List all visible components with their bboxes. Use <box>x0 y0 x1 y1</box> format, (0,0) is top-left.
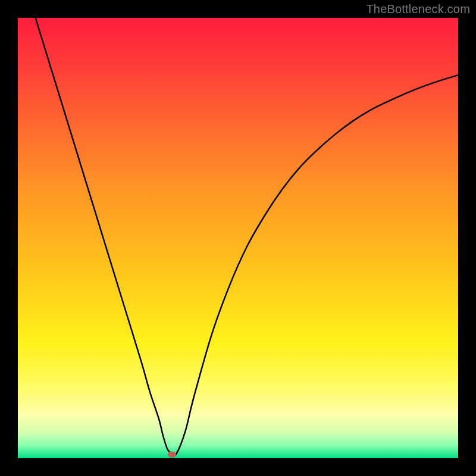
chart-frame: TheBottleneck.com <box>0 0 476 476</box>
curve-svg <box>18 18 458 458</box>
watermark-text: TheBottleneck.com <box>366 2 470 16</box>
plot-area <box>18 18 458 458</box>
bottleneck-curve <box>18 18 458 456</box>
min-marker <box>168 452 176 458</box>
